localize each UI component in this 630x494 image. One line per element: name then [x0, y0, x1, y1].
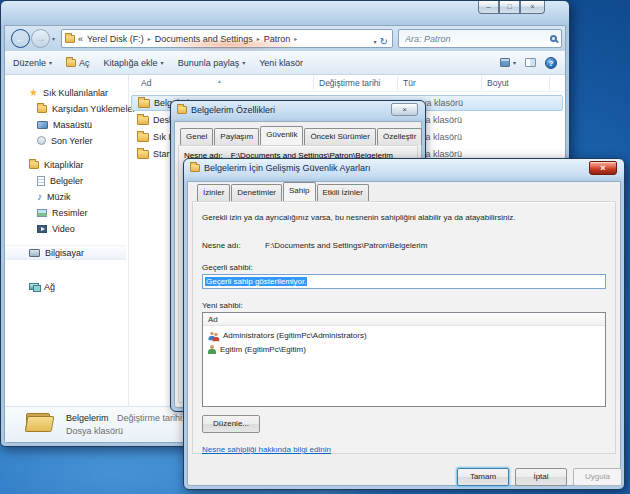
column-header-type[interactable]: Tür — [403, 78, 416, 88]
breadcrumb-segment-drive[interactable]: Yerel Disk (F:) — [86, 34, 145, 44]
help-icon[interactable]: ? — [545, 57, 557, 69]
cancel-button[interactable]: İptal — [515, 468, 567, 486]
sidebar-item-desktop[interactable]: Masaüstü — [5, 117, 126, 132]
folder-icon — [137, 150, 149, 159]
back-arrow-icon: ← — [16, 33, 26, 44]
new-folder-button[interactable]: Yeni klasör — [259, 58, 303, 68]
add-to-library-button[interactable]: Kitaplığa ekle ▾ — [104, 58, 164, 68]
sidebar-item-label: Karşıdan Yüklemeler — [52, 104, 135, 114]
sidebar-item-documents[interactable]: Belgeler — [5, 173, 126, 188]
object-name-label: Nesne adı: — [202, 241, 241, 250]
column-header-name[interactable]: Ad — [141, 78, 151, 88]
column-separator[interactable] — [397, 76, 398, 90]
caption-buttons: – □ × — [478, 1, 545, 14]
chevron-down-icon: ▾ — [242, 59, 245, 66]
share-with-button[interactable]: Bununla paylaş ▾ — [178, 58, 246, 68]
current-owner-field[interactable]: Geçerli sahip gösterilemiyor. — [202, 274, 606, 289]
chevron-down-icon: ▾ — [49, 59, 52, 66]
column-separator[interactable] — [313, 76, 314, 90]
sidebar-section-label: Bilgisayar — [45, 248, 84, 258]
advanced-dialog-titlebar[interactable]: Belgelerim İçin Gelişmiş Güvenlik Ayarla… — [190, 163, 370, 173]
back-button[interactable]: ← — [11, 29, 30, 48]
sidebar-section-libraries[interactable]: Kitaplıklar — [5, 157, 126, 172]
change-view-button[interactable]: ▾ — [500, 58, 516, 67]
tab-guvenlik[interactable]: Güvenlik — [260, 126, 303, 145]
sidebar-item-recent-places[interactable]: Son Yerler — [5, 133, 126, 148]
open-button[interactable]: Aç — [66, 58, 90, 68]
chevron-down-icon: ▾ — [513, 59, 516, 66]
owner-name: Egitim (EgitimPc\Egitim) — [220, 345, 306, 354]
owner-info-link[interactable]: Nesne sahipliği hakkında bilgi edinin — [202, 445, 331, 454]
breadcrumb-sep-icon[interactable]: ▸ — [294, 35, 297, 42]
tab-onceki-surumler[interactable]: Önceki Sürümler — [304, 128, 376, 145]
tab-paylasim[interactable]: Paylaşım — [214, 128, 259, 145]
search-input[interactable] — [403, 33, 550, 45]
close-icon: × — [402, 105, 407, 114]
minimize-button[interactable]: – — [478, 1, 499, 14]
properties-dialog-titlebar[interactable]: Belgelerim Özellikleri — [177, 105, 275, 115]
owner-list-header[interactable]: Ad — [203, 313, 605, 326]
tab-sahip[interactable]: Sahip — [283, 182, 315, 201]
monitor-icon — [37, 121, 48, 129]
properties-close-button[interactable]: × — [391, 103, 418, 116]
tab-genel[interactable]: Genel — [180, 128, 213, 145]
owner-description: Gerekli izin ya da ayrıcalığınız varsa, … — [202, 213, 607, 222]
breadcrumb-segment-docs[interactable]: Documents and Settings — [154, 34, 254, 44]
computer-icon — [29, 249, 40, 257]
sidebar-section-label: Sık Kullanılanlar — [43, 88, 108, 98]
organize-button[interactable]: Düzenle ▾ — [13, 58, 52, 68]
tab-izinler[interactable]: İzinler — [197, 184, 230, 201]
tab-etkili-izinler[interactable]: Etkili İzinler — [317, 184, 369, 201]
folder-icon — [138, 99, 150, 108]
sort-ascending-icon: ▲ — [217, 78, 222, 84]
sidebar-section-computer[interactable]: Bilgisayar — [5, 245, 126, 260]
organize-label: Düzenle — [13, 58, 46, 68]
sidebar-item-music[interactable]: ♪ Müzik — [5, 189, 126, 204]
list-item[interactable]: Administrators (EgitimPc\Administrators) — [207, 329, 603, 342]
breadcrumb-collapse[interactable]: « — [78, 34, 83, 44]
apply-button[interactable]: Uygula — [573, 468, 622, 486]
downloads-folder-icon — [37, 105, 47, 113]
desktop: – □ × ← → ▾ « Yerel Disk (F:) ▸ Document… — [0, 0, 630, 494]
tab-ozellestir[interactable]: Özelleştir — [377, 128, 422, 145]
folder-icon-large — [26, 411, 53, 432]
properties-dialog-title: Belgelerim Özellikleri — [191, 105, 275, 115]
sidebar-item-pictures[interactable]: Resimler — [5, 205, 126, 220]
status-type: Dosya klasörü — [66, 426, 123, 436]
refresh-icon[interactable]: ↻ — [380, 36, 388, 47]
column-separator[interactable] — [481, 76, 482, 90]
column-headers: Ad ▲ Değiştirme tarihi Tür Boyut — [129, 75, 565, 92]
advanced-close-button[interactable]: × — [589, 161, 617, 175]
edit-button[interactable]: Düzenle... — [202, 415, 260, 433]
advanced-dialog-title: Belgelerim İçin Gelişmiş Güvenlik Ayarla… — [204, 163, 370, 173]
sidebar-item-downloads[interactable]: Karşıdan Yüklemeler — [5, 101, 126, 116]
chevron-down-icon: ▾ — [52, 36, 55, 42]
sidebar-section-label: Ağ — [44, 282, 55, 292]
breadcrumb-sep-icon[interactable]: ▸ — [148, 35, 151, 42]
advanced-dialog-body: İzinler Denetimler Sahip Etkili İzinler … — [187, 181, 621, 486]
explorer-titlebar[interactable] — [1, 1, 509, 23]
sidebar-item-video[interactable]: Video — [5, 221, 126, 236]
column-separator[interactable] — [549, 76, 550, 90]
close-button[interactable]: × — [520, 1, 545, 14]
user-icon — [207, 345, 216, 355]
address-tools: ▾ ↻ — [372, 33, 390, 48]
tab-denetimler[interactable]: Denetimler — [231, 184, 282, 201]
forward-button[interactable]: → — [31, 29, 50, 48]
history-dropdown[interactable]: ▾ — [52, 35, 55, 42]
maximize-button[interactable]: □ — [499, 1, 520, 14]
list-item[interactable]: Egitim (EgitimPc\Egitim) — [207, 343, 603, 356]
column-header-size[interactable]: Boyut — [487, 78, 509, 88]
search-icon[interactable] — [550, 35, 557, 42]
breadcrumb[interactable]: « Yerel Disk (F:) ▸ Documents and Settin… — [61, 29, 393, 48]
command-toolbar: Düzenle ▾ Aç Kitaplığa ekle ▾ Bununla pa… — [5, 51, 565, 75]
preview-pane-icon[interactable] — [525, 58, 536, 67]
address-dropdown[interactable]: ▾ — [374, 38, 377, 45]
sidebar-section-favorites[interactable]: ★ Sık Kullanılanlar — [5, 85, 126, 100]
folder-icon — [190, 164, 200, 172]
sidebar-section-network[interactable]: Ağ — [5, 279, 126, 294]
breadcrumb-sep-icon[interactable]: ▸ — [257, 35, 260, 42]
column-header-date[interactable]: Değiştirme tarihi — [319, 78, 380, 88]
breadcrumb-segment-patron[interactable]: Patron — [263, 34, 292, 44]
ok-button[interactable]: Tamam — [457, 468, 509, 486]
